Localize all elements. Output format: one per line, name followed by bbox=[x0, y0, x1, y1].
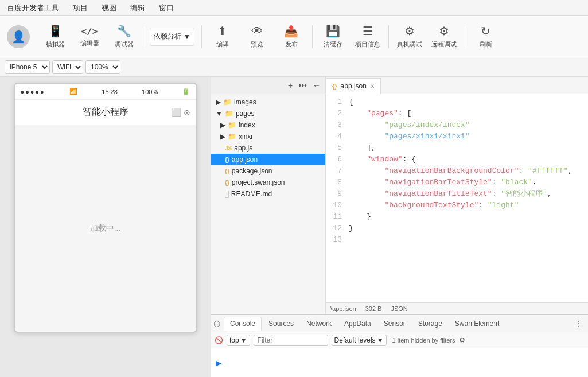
more-button[interactable]: ••• bbox=[297, 80, 308, 91]
tree-item-app-json[interactable]: {} app.json bbox=[211, 154, 325, 165]
console-body[interactable]: ▶ bbox=[211, 348, 588, 377]
tree-item-images[interactable]: ▶ 📁 images bbox=[211, 96, 325, 108]
tree-item-pages[interactable]: ▼ 📁 pages bbox=[211, 108, 325, 119]
phone-title: 智能小程序 bbox=[83, 106, 128, 118]
debugger-label: 调试器 bbox=[115, 40, 134, 49]
expand-icon-xinxi: ▶ bbox=[220, 133, 225, 141]
debugger-icon: 🔧 bbox=[117, 24, 131, 38]
zoom-select[interactable]: 50%75%100%125% bbox=[85, 60, 120, 74]
tree-item-xinxi[interactable]: ▶ 📁 xinxi bbox=[211, 131, 325, 142]
code-editor[interactable]: 1 { 2 "pages": [ 3 "pages/index/index" bbox=[326, 94, 588, 302]
tree-label-project-json: project.swan.json bbox=[232, 178, 285, 186]
simulator-button[interactable]: 📱 模拟器 bbox=[39, 21, 71, 52]
devtools-more-button[interactable]: ⋮ bbox=[571, 317, 586, 331]
compile-icon: ⬆ bbox=[217, 24, 227, 38]
network-select[interactable]: WiFi4G3G bbox=[52, 60, 83, 74]
context-chevron-icon: ▼ bbox=[240, 336, 247, 344]
dep-analysis-select[interactable]: 依赖分析 ▼ bbox=[150, 28, 194, 46]
phone-nav-bar: 智能小程序 ⬜ ⊗ bbox=[15, 100, 196, 125]
devtools-tab-console[interactable]: Console bbox=[224, 317, 262, 331]
code-line-9: 9 "navigationBarTitleText": "智能小程序", bbox=[326, 188, 588, 200]
add-file-button[interactable]: + bbox=[287, 80, 294, 91]
level-label: Default levels bbox=[334, 336, 376, 344]
folder-icon-images: 📁 bbox=[223, 98, 232, 106]
menu-edit[interactable]: 编辑 bbox=[128, 2, 147, 14]
level-select[interactable]: Default levels ▼ bbox=[332, 335, 387, 346]
tree-item-project-json[interactable]: {} project.swan.json bbox=[211, 177, 325, 188]
tree-item-app-js[interactable]: JS app.js bbox=[211, 142, 325, 154]
code-line-10: 10 "backgroundTextStyle": "light" bbox=[326, 200, 588, 211]
phone-nav-icons: ⬜ ⊗ bbox=[172, 108, 190, 117]
hidden-count-badge: 1 item hidden by filters bbox=[392, 337, 455, 344]
status-size: 302 B bbox=[365, 305, 382, 312]
remote-debug-icon: ⚙ bbox=[439, 24, 449, 38]
devtools-tab-network[interactable]: Network bbox=[301, 317, 337, 330]
refresh-icon: ↻ bbox=[481, 24, 490, 38]
publish-button[interactable]: 📤 发布 bbox=[275, 21, 307, 52]
real-debug-button[interactable]: ⚙ 真机调试 bbox=[394, 21, 426, 52]
divider-1 bbox=[145, 25, 145, 48]
code-line-7: 7 "navigationBarBackgroundColor": "#ffff… bbox=[326, 165, 588, 177]
main-toolbar: 👤 📱 模拟器 </> 编辑器 🔧 调试器 依赖分析 ▼ ⬆ 编译 👁 预览 📤… bbox=[0, 16, 588, 57]
toggle-icon: ⬜ bbox=[172, 108, 181, 117]
preview-label: 预览 bbox=[251, 40, 263, 49]
folder-icon-index: 📁 bbox=[228, 121, 236, 129]
menu-window[interactable]: 窗口 bbox=[157, 2, 176, 14]
context-label: top bbox=[229, 336, 239, 344]
tree-label-package-json: package.json bbox=[232, 167, 272, 175]
tab-close-button[interactable]: ✕ bbox=[370, 83, 375, 90]
preview-button[interactable]: 👁 预览 bbox=[241, 21, 273, 52]
clear-cache-button[interactable]: 💾 清缓存 bbox=[317, 21, 349, 52]
devtools-toolbar: 🚫 top ▼ Default levels ▼ 1 item hidden b… bbox=[211, 332, 588, 348]
menu-baidu-devtools[interactable]: 百度开发者工具 bbox=[5, 2, 61, 14]
json-badge: {} bbox=[225, 157, 229, 163]
context-select[interactable]: top ▼ bbox=[227, 335, 250, 346]
refresh-label: 刷新 bbox=[480, 40, 492, 49]
avatar: 👤 bbox=[7, 25, 30, 48]
devtools-tab-appdata[interactable]: AppData bbox=[338, 317, 377, 330]
project-info-button[interactable]: ☰ 项目信息 bbox=[352, 21, 384, 52]
code-line-8: 8 "navigationBarTextStyle": "black", bbox=[326, 177, 588, 188]
editor-icon: </> bbox=[81, 26, 98, 37]
device-select[interactable]: iPhone 5iPhone 6iPhone X bbox=[5, 60, 50, 74]
code-line-12: 12 } bbox=[326, 223, 588, 234]
devtools-tab-sources[interactable]: Sources bbox=[263, 317, 299, 330]
preview-icon: 👁 bbox=[251, 25, 263, 38]
real-debug-label: 真机调试 bbox=[397, 40, 422, 49]
collapse-button[interactable]: ← bbox=[311, 80, 322, 91]
devtools-back-icon[interactable]: ⬡ bbox=[213, 319, 220, 328]
devtools-tab-storage[interactable]: Storage bbox=[412, 317, 448, 330]
level-chevron-icon: ▼ bbox=[377, 336, 384, 344]
status-filename: \app.json bbox=[330, 305, 356, 312]
remote-debug-button[interactable]: ⚙ 远程调试 bbox=[428, 21, 460, 52]
devtools-tabs: ⬡ Console Sources Network AppData Sensor bbox=[211, 315, 588, 332]
menu-view[interactable]: 视图 bbox=[99, 2, 119, 14]
tree-item-readme[interactable]: f README.md bbox=[211, 188, 325, 200]
wifi-icon: 📶 bbox=[69, 88, 77, 95]
project-info-label: 项目信息 bbox=[355, 40, 380, 49]
phone-frame: ●●●●● 📶 15:28 100% 🔋 智能小程序 ⬜ ⊗ 加载中... bbox=[14, 83, 197, 333]
expand-icon: ▶ bbox=[216, 98, 221, 106]
tab-app-json[interactable]: {} app.json ✕ bbox=[326, 78, 381, 94]
clear-console-button[interactable]: 🚫 bbox=[215, 336, 223, 344]
devtools-tab-swan-element[interactable]: Swan Element bbox=[449, 317, 505, 330]
console-input[interactable] bbox=[225, 359, 583, 367]
tree-label-images: images bbox=[234, 98, 256, 106]
js-badge: JS bbox=[225, 145, 232, 151]
file-explorer: + ••• ← ▶ 📁 images ▼ 📁 pages bbox=[211, 77, 326, 314]
tree-item-index[interactable]: ▶ 📁 index bbox=[211, 119, 325, 131]
editor-label: 编辑器 bbox=[80, 39, 99, 48]
tab-app-json-label: app.json bbox=[341, 82, 367, 90]
clear-cache-label: 清缓存 bbox=[324, 40, 342, 49]
compile-button[interactable]: ⬆ 编译 bbox=[207, 21, 239, 52]
tree-item-package-json[interactable]: {} package.json bbox=[211, 165, 325, 177]
clear-cache-icon: 💾 bbox=[326, 24, 340, 38]
menu-project[interactable]: 项目 bbox=[71, 2, 90, 14]
divider-2 bbox=[201, 25, 202, 48]
devtools-settings-button[interactable]: ⚙ bbox=[459, 336, 465, 344]
editor-button[interactable]: </> 编辑器 bbox=[73, 22, 106, 51]
filter-input[interactable] bbox=[254, 335, 328, 346]
debugger-button[interactable]: 🔧 调试器 bbox=[108, 21, 140, 52]
refresh-button[interactable]: ↻ 刷新 bbox=[470, 21, 502, 52]
devtools-tab-sensor[interactable]: Sensor bbox=[378, 317, 411, 330]
